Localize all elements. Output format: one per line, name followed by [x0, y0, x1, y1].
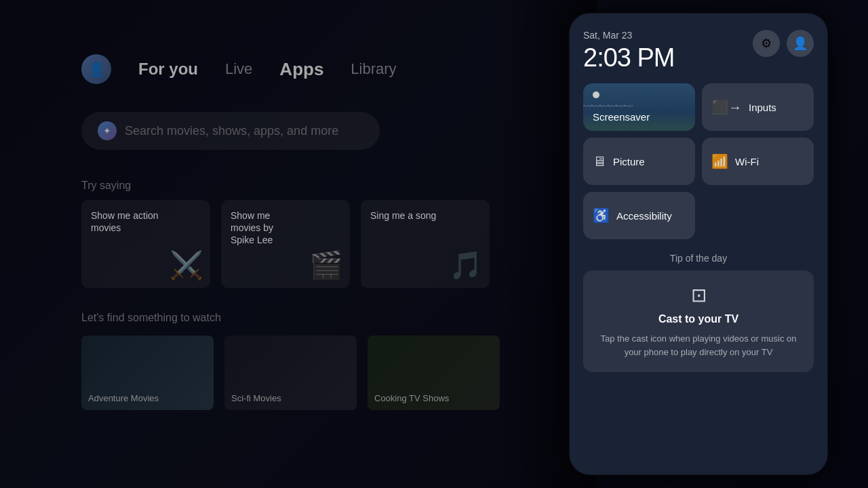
phone-header: Sat, Mar 23 2:03 PM ⚙ 👤 [583, 30, 814, 73]
screensaver-label: Screensaver [593, 111, 650, 123]
screensaver-tile[interactable]: Screensaver [583, 83, 695, 131]
tip-section-title: Tip of the day [583, 253, 814, 264]
quick-settings-grid: Screensaver ⬛→ Inputs 🖥 Picture 📶 Wi-Fi … [583, 83, 814, 239]
phone-header-icons: ⚙ 👤 [753, 30, 814, 57]
lets-find-label: Let's find something to watch [81, 312, 221, 324]
cooking-label: Cooking TV Shows [374, 393, 449, 403]
adventure-movies-card[interactable]: Adventure Movies [81, 336, 214, 410]
user-avatar[interactable]: 👤 [81, 54, 111, 84]
inputs-label: Inputs [749, 102, 776, 113]
cast-icon: ⊡ [691, 284, 707, 306]
cooking-shows-card[interactable]: Cooking TV Shows [368, 336, 500, 410]
screensaver-indicator [593, 92, 599, 98]
try-saying-label: Try saying [81, 180, 131, 192]
google-assistant-icon: ✦ [98, 121, 117, 140]
profile-button[interactable]: 👤 [787, 30, 814, 57]
gear-icon: ⚙ [761, 36, 772, 51]
tip-card: ⊡ Cast to your TV Tap the cast icon when… [583, 270, 814, 372]
inputs-icon: ⬛→ [711, 99, 742, 115]
wifi-label: Wi-Fi [735, 156, 759, 167]
wifi-tile[interactable]: 📶 Wi-Fi [702, 138, 814, 185]
tip-section: Tip of the day ⊡ Cast to your TV Tap the… [583, 253, 814, 372]
tip-card-title: Cast to your TV [658, 313, 738, 325]
date-time-display: Sat, Mar 23 2:03 PM [583, 30, 675, 73]
category-cards-container: Adventure Movies Sci-fi Movies Cooking T… [81, 336, 500, 410]
suggestion-sing-song[interactable]: Sing me a song 🎵 [361, 200, 490, 288]
scifi-movies-card[interactable]: Sci-fi Movies [224, 336, 357, 410]
settings-button[interactable]: ⚙ [753, 30, 780, 57]
suggestion-text-3: Sing me a song [370, 209, 436, 222]
picture-tile[interactable]: 🖥 Picture [583, 138, 695, 185]
suggestion-action-movies[interactable]: Show me action movies ⚔️ [81, 200, 210, 288]
accessibility-label: Accessibility [616, 210, 672, 222]
accessibility-icon: ♿ [593, 207, 610, 224]
accessibility-tile[interactable]: ♿ Accessibility [583, 192, 695, 239]
tv-navigation: 👤 For you Live Apps Library [81, 54, 397, 84]
nav-library[interactable]: Library [351, 60, 396, 78]
profile-icon: 👤 [793, 36, 808, 51]
wave-decoration [583, 98, 695, 112]
nav-live[interactable]: Live [225, 60, 252, 78]
picture-icon: 🖥 [593, 154, 606, 169]
suggestion-text-2: Show me movies by Spike Lee [231, 209, 298, 247]
search-placeholder: Search movies, shows, apps, and more [125, 124, 338, 138]
suggestion-cards-container: Show me action movies ⚔️ Show me movies … [81, 200, 490, 288]
music-icon: 🎵 [449, 249, 483, 281]
director-icon: 🎬 [309, 249, 343, 281]
phone-date: Sat, Mar 23 [583, 30, 675, 41]
phone-time: 2:03 PM [583, 43, 675, 73]
suggestion-spike-lee[interactable]: Show me movies by Spike Lee 🎬 [221, 200, 350, 288]
picture-label: Picture [613, 156, 645, 167]
action-icon: ⚔️ [170, 249, 203, 281]
nav-apps[interactable]: Apps [279, 59, 323, 80]
inputs-tile[interactable]: ⬛→ Inputs [702, 83, 814, 131]
search-bar[interactable]: ✦ Search movies, shows, apps, and more [81, 112, 380, 150]
phone-panel: Sat, Mar 23 2:03 PM ⚙ 👤 Screensaver ⬛→ I… [570, 14, 827, 474]
tip-card-body: Tap the cast icon when playing videos or… [594, 332, 803, 359]
scifi-label: Sci-fi Movies [231, 393, 281, 403]
wifi-icon: 📶 [711, 153, 728, 169]
nav-for-you[interactable]: For you [138, 60, 198, 79]
suggestion-text-1: Show me action movies [91, 209, 159, 234]
adventure-label: Adventure Movies [88, 393, 159, 403]
